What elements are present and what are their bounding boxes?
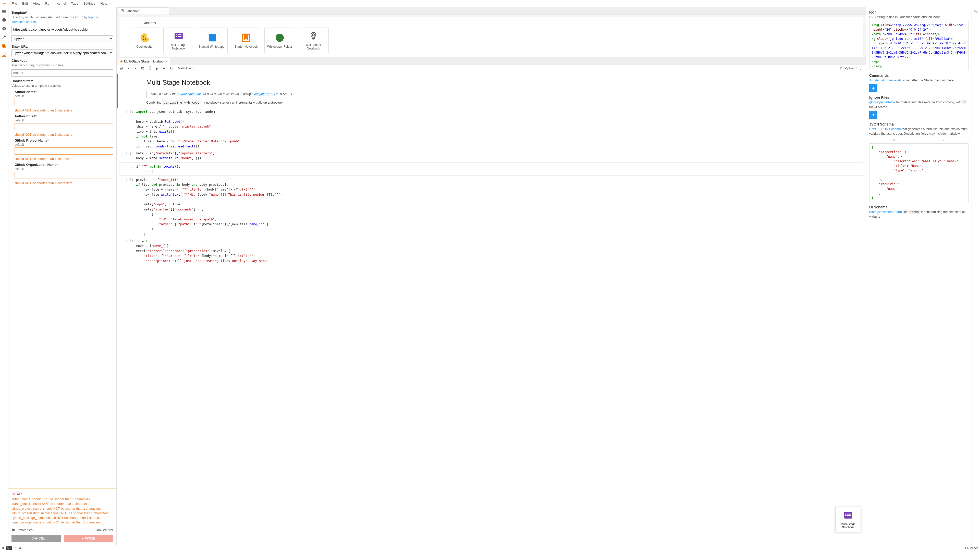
folder-icon[interactable] (11, 528, 15, 532)
starter-card-wp-folder[interactable]: Whitepaper Folder (264, 27, 295, 53)
check-icon[interactable]: ✓ (942, 138, 945, 142)
wrench-icon[interactable] (2, 35, 6, 40)
menu-settings[interactable]: Settings (81, 0, 98, 6)
error-row: python_package_name: should NOT be short… (11, 516, 113, 520)
svg-rect-33 (847, 513, 851, 514)
github-org-err: should NOT be shorter than 1 characters (14, 181, 113, 185)
commands-icon[interactable] (2, 26, 6, 31)
advanced-search-link[interactable]: advanced search (11, 20, 36, 24)
enter-url-select[interactable]: jupyter-widgets/widget-ts-cookiecutter: … (11, 49, 113, 56)
notebook-square-icon[interactable] (2, 52, 6, 57)
breadcrumb-path[interactable]: / examples / (17, 528, 35, 532)
add-ignore-button[interactable]: + (869, 111, 877, 119)
breadcrumb-starter: Cookiecutter (95, 528, 113, 532)
template-select[interactable]: Jupyter (11, 35, 113, 42)
draft7-link[interactable]: Draft 7 JSON Schema (869, 127, 901, 131)
error-row: author_name: should NOT be shorter than … (11, 497, 113, 502)
undo-icon[interactable]: ↶ (893, 138, 896, 142)
card-label: Whitepaper Notebook (300, 43, 327, 51)
svg-link[interactable]: SVG (869, 15, 876, 19)
starter-card-starter-nb[interactable]: Starter Notebook (231, 27, 261, 53)
starter-card-named-wp[interactable]: Named Whitepaper (197, 27, 228, 53)
checkout-input[interactable] (11, 69, 113, 76)
author-name-label: Author Name* (14, 90, 113, 94)
errors-title: Errors (11, 491, 113, 496)
starter-notebook-link[interactable]: Starter Notebook (177, 92, 202, 96)
cancel-button[interactable]: ✕ CANCEL (11, 535, 61, 542)
celltype-select[interactable]: Markdown ⌄ (178, 67, 197, 70)
status-right: Launcher (965, 546, 978, 550)
jupyter-kernel-link[interactable]: Jupyter Kernel (255, 92, 275, 96)
terminal-icon[interactable]: >_ (6, 546, 12, 550)
starter-card-multistage[interactable]: Multi-Stage Notebook (163, 27, 194, 53)
stop-icon[interactable]: ■ (162, 67, 166, 70)
starter-card-cookiecutter[interactable]: Cookiecutter (130, 27, 160, 53)
code-cell[interactable]: [ ]: T += 1 move = f"move_{T}" meta["sta… (117, 238, 866, 264)
fixme-button[interactable]: ■ FIXME (64, 535, 114, 542)
svg-rect-8 (3, 53, 5, 56)
right-rail (972, 7, 980, 545)
list-icon (173, 30, 184, 41)
markdown-cell[interactable]: [ ]: Multi-Stage Notebook Have a look at… (117, 74, 866, 108)
svg-rect-25 (142, 67, 143, 68)
card-label: Multi-Stage Notebook (835, 522, 861, 529)
enter-url-title: Enter URL (11, 44, 113, 48)
rjsf-link[interactable]: react-jsonschema-form (869, 210, 902, 214)
checkout-desc: The branch, tag, or commit ID to use (11, 63, 113, 68)
tab-launcher[interactable]: Launcher ✕ (118, 7, 169, 14)
glob-link[interactable]: glob-style patterns (869, 100, 895, 104)
svg-rect-17 (178, 36, 181, 37)
restart-icon[interactable]: ↻ (169, 67, 173, 70)
menu-kernel[interactable]: Kernel (54, 0, 68, 6)
running-icon[interactable] (2, 17, 6, 22)
author-email-input[interactable] (14, 123, 113, 130)
menu-tabs[interactable]: Tabs (68, 0, 81, 6)
starter-card-wp-notebook[interactable]: Whitepaper Notebook (298, 27, 329, 53)
add-command-button[interactable]: + (869, 84, 877, 92)
schema-code[interactable]: { "properties": { "name": { "description… (869, 143, 969, 202)
menu-file[interactable]: File (9, 0, 20, 6)
tab-notebook[interactable]: Multi-Stage Starter Noteboo ✕ (118, 58, 170, 65)
save-icon[interactable] (119, 66, 123, 71)
topic-link[interactable]: topic (88, 16, 95, 19)
status-mid[interactable]: 2 (14, 546, 16, 550)
github-project-input[interactable] (14, 148, 113, 155)
notebook-tabbar: Multi-Stage Starter Noteboo ✕ (117, 57, 866, 65)
close-icon[interactable]: ✕ (164, 9, 167, 13)
paste-icon[interactable] (148, 66, 152, 71)
status-left[interactable]: 0 (2, 546, 4, 550)
menu-help[interactable]: Help (98, 0, 110, 6)
author-name-input[interactable] (14, 99, 113, 106)
jl-commands-link[interactable]: JupyterLab commands (869, 79, 901, 82)
copy-icon[interactable] (141, 66, 145, 71)
add-icon[interactable]: ＋ (126, 66, 130, 71)
menu-run[interactable]: Run (43, 0, 54, 6)
schema-section-title: JSON Schema (869, 122, 969, 126)
github-org-input[interactable] (14, 171, 113, 179)
menu-edit[interactable]: Edit (20, 0, 30, 6)
template-title: Template* (11, 11, 113, 14)
cookiecutter-icon[interactable] (2, 43, 6, 48)
md-paragraph: Combining continuing with copy , a noteb… (146, 100, 851, 105)
menu-view[interactable]: View (30, 0, 43, 6)
square-icon (207, 32, 218, 43)
voila-icon[interactable] (838, 66, 842, 71)
template-url-input[interactable] (11, 26, 113, 33)
close-icon[interactable]: ✕ (165, 59, 168, 63)
run-icon[interactable]: ▶ (155, 67, 159, 70)
notebook-body[interactable]: [ ]: Multi-Stage Notebook Have a look at… (117, 72, 866, 545)
code-cell[interactable]: [ ]: import os, json, pathlib, sys, re, … (117, 108, 866, 150)
chevron-down-icon: ⌄ (194, 67, 197, 70)
kernel-name[interactable]: Python 3 (845, 67, 857, 70)
code-cell[interactable]: [ ]: previous = f"move_{T}" if live and … (117, 176, 866, 238)
author-email-err: should NOT be shorter than 1 characters (14, 133, 113, 137)
code-cell[interactable]: [ ]: if "T" not in locals(): T = 0 (119, 162, 863, 176)
gear-icon[interactable] (974, 9, 978, 14)
code-cell[interactable]: [ ]: meta = it["metadata"]["jupyter_star… (117, 150, 866, 162)
blockquote: Have a look at the Starter Notebook for … (146, 91, 851, 97)
settings-icon[interactable]: ✱ (19, 546, 21, 550)
cut-icon[interactable]: ✂ (134, 67, 138, 70)
icon-svg-code[interactable]: <svg xmlns="http://www.w3.org/2000/svg" … (869, 21, 969, 70)
folder-icon[interactable] (2, 9, 6, 14)
commands-desc: JupyterLab commands to run after the Sta… (869, 78, 969, 83)
